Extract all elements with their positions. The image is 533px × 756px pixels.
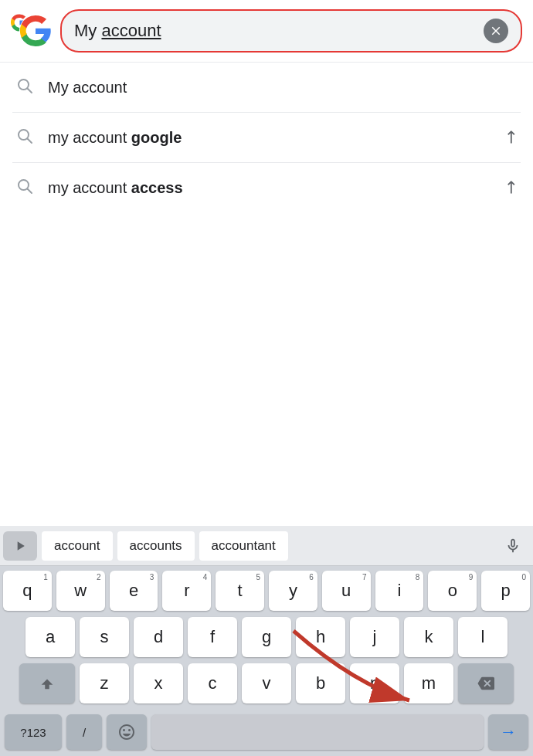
search-text-underlined: account xyxy=(101,21,161,40)
key-y[interactable]: 6y xyxy=(269,571,317,611)
suggestions-container: My account my account google ↗ my accoun… xyxy=(0,62,533,212)
key-d[interactable]: d xyxy=(134,617,183,657)
word-suggestion-accountant[interactable]: accountant xyxy=(199,531,288,561)
key-l[interactable]: l xyxy=(458,617,508,657)
shift-key[interactable] xyxy=(19,663,75,703)
suggestion-text: My account xyxy=(48,79,518,97)
key-a[interactable]: a xyxy=(25,617,75,657)
delete-key[interactable] xyxy=(458,663,514,703)
suggestion-text: my account google xyxy=(48,129,496,147)
numbers-key[interactable]: ?123 xyxy=(5,714,62,750)
key-i[interactable]: 8i xyxy=(375,571,424,611)
search-fill-icon: ↗ xyxy=(498,125,522,149)
key-b[interactable]: b xyxy=(296,663,345,703)
key-v[interactable]: v xyxy=(242,663,291,703)
keyboard-row-3: z x c v b n m xyxy=(3,663,530,703)
keyboard-bottom-bar: ?123 / → xyxy=(0,711,533,756)
key-j[interactable]: j xyxy=(350,617,399,657)
key-x[interactable]: x xyxy=(134,663,183,703)
key-e[interactable]: 3e xyxy=(110,571,158,611)
word-suggestion-accounts[interactable]: accounts xyxy=(117,531,195,561)
expand-suggestions-button[interactable] xyxy=(3,531,37,561)
slash-key[interactable]: / xyxy=(66,714,102,750)
word-suggestions-bar: account accounts accountant xyxy=(0,526,533,566)
search-input[interactable]: My account xyxy=(74,21,484,41)
search-text-plain: My xyxy=(74,21,101,40)
search-fill-icon: ↗ xyxy=(498,175,522,199)
search-icon xyxy=(15,127,34,148)
suggestion-item[interactable]: My account xyxy=(0,63,533,112)
enter-arrow-icon: → xyxy=(500,722,517,742)
search-icon xyxy=(15,76,34,98)
search-input-wrapper[interactable]: My account xyxy=(60,9,522,53)
key-z[interactable]: z xyxy=(80,663,129,703)
key-f[interactable]: f xyxy=(188,617,237,657)
suggestion-text: my account access xyxy=(48,179,496,197)
key-h[interactable]: h xyxy=(296,617,345,657)
key-k[interactable]: k xyxy=(404,617,453,657)
suggestion-item[interactable]: my account access ↗ xyxy=(0,163,533,212)
search-icon xyxy=(15,177,34,198)
keyboard-rows: 1q 2w 3e 4r 5t 6y 7u 8i 9o 0p a s d f g … xyxy=(0,566,533,711)
keyboard-row-1: 1q 2w 3e 4r 5t 6y 7u 8i 9o 0p xyxy=(3,571,530,611)
key-r[interactable]: 4r xyxy=(162,571,211,611)
key-c[interactable]: c xyxy=(188,663,237,703)
space-key[interactable] xyxy=(151,714,484,750)
emoji-key[interactable] xyxy=(107,714,147,750)
key-o[interactable]: 9o xyxy=(428,571,477,611)
svg-line-3 xyxy=(28,89,32,93)
key-u[interactable]: 7u xyxy=(322,571,371,611)
key-t[interactable]: 5t xyxy=(216,571,264,611)
key-p[interactable]: 0p xyxy=(481,571,530,611)
keyboard-row-2: a s d f g h j k l xyxy=(3,617,530,657)
key-q[interactable]: 1q xyxy=(3,571,52,611)
mic-button[interactable] xyxy=(496,531,530,561)
word-suggestion-account[interactable]: account xyxy=(42,531,113,561)
keyboard: account accounts accountant 1q 2w 3e 4r … xyxy=(0,526,533,756)
google-g-logo xyxy=(19,14,53,48)
svg-line-5 xyxy=(28,139,32,144)
svg-line-7 xyxy=(28,189,32,194)
suggestion-item[interactable]: my account google ↗ xyxy=(0,113,533,162)
search-bar-area: G My account xyxy=(0,0,533,62)
key-n[interactable]: n xyxy=(350,663,399,703)
key-s[interactable]: s xyxy=(80,617,129,657)
key-w[interactable]: 2w xyxy=(56,571,105,611)
key-m[interactable]: m xyxy=(404,663,453,703)
enter-key[interactable]: → xyxy=(488,714,528,750)
key-g[interactable]: g xyxy=(242,617,291,657)
clear-button[interactable] xyxy=(484,19,508,43)
